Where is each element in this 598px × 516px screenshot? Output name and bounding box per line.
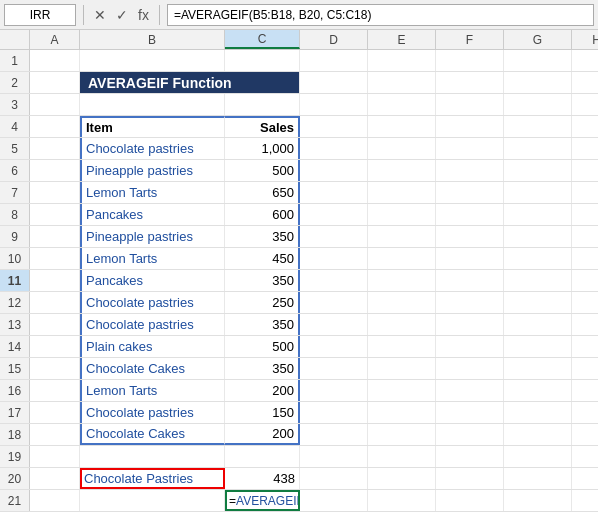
cell-f17[interactable] [436,402,504,423]
row-num-5[interactable]: 5 [0,138,30,159]
cell-b12[interactable]: Chocolate pastries [80,292,225,313]
cell-d14[interactable] [300,336,368,357]
cell-f5[interactable] [436,138,504,159]
cell-g19[interactable] [504,446,572,467]
cell-c15[interactable]: 350 [225,358,300,379]
cell-a20[interactable] [30,468,80,489]
cell-c14[interactable]: 500 [225,336,300,357]
cell-a13[interactable] [30,314,80,335]
cell-h15[interactable] [572,358,598,379]
cell-h16[interactable] [572,380,598,401]
cell-c6[interactable]: 500 [225,160,300,181]
cell-f16[interactable] [436,380,504,401]
col-header-d[interactable]: D [300,30,368,49]
cell-b16[interactable]: Lemon Tarts [80,380,225,401]
cell-b5[interactable]: Chocolate pastries [80,138,225,159]
col-header-f[interactable]: F [436,30,504,49]
row-num-12[interactable]: 12 [0,292,30,313]
cell-d9[interactable] [300,226,368,247]
cell-f3[interactable] [436,94,504,115]
cell-e4[interactable] [368,116,436,137]
cell-c21-formula[interactable]: =AVERAGEIF(B5:B18, B20, C5:C18)| [225,490,300,511]
row-num-20[interactable]: 20 [0,468,30,489]
cell-h11[interactable] [572,270,598,291]
cell-c5[interactable]: 1,000 [225,138,300,159]
cell-c8[interactable]: 600 [225,204,300,225]
cell-c16[interactable]: 200 [225,380,300,401]
cell-e10[interactable] [368,248,436,269]
cell-c9[interactable]: 350 [225,226,300,247]
cell-a19[interactable] [30,446,80,467]
cell-a16[interactable] [30,380,80,401]
cell-f4[interactable] [436,116,504,137]
cancel-button[interactable]: ✕ [91,8,109,22]
cell-d18[interactable] [300,424,368,445]
cell-g9[interactable] [504,226,572,247]
cell-g10[interactable] [504,248,572,269]
cell-e9[interactable] [368,226,436,247]
cell-e3[interactable] [368,94,436,115]
cell-h8[interactable] [572,204,598,225]
cell-c4-header[interactable]: Sales [225,116,300,137]
cell-g12[interactable] [504,292,572,313]
row-num-8[interactable]: 8 [0,204,30,225]
cell-e21[interactable] [368,490,436,511]
cell-d12[interactable] [300,292,368,313]
col-header-a[interactable]: A [30,30,80,49]
row-num-13[interactable]: 13 [0,314,30,335]
cell-g11[interactable] [504,270,572,291]
cell-b8[interactable]: Pancakes [80,204,225,225]
cell-h1[interactable] [572,50,598,71]
cell-d21[interactable] [300,490,368,511]
cell-g2[interactable] [504,72,572,93]
cell-h4[interactable] [572,116,598,137]
cell-f20[interactable] [436,468,504,489]
cell-e2[interactable] [368,72,436,93]
col-header-b[interactable]: B [80,30,225,49]
cell-h12[interactable] [572,292,598,313]
cell-g15[interactable] [504,358,572,379]
cell-b20-criteria[interactable]: Chocolate Pastries [80,468,225,489]
cell-b7[interactable]: Lemon Tarts [80,182,225,203]
cell-d10[interactable] [300,248,368,269]
row-num-6[interactable]: 6 [0,160,30,181]
cell-c10[interactable]: 450 [225,248,300,269]
cell-d11[interactable] [300,270,368,291]
row-num-18[interactable]: 18 [0,424,30,445]
cell-e19[interactable] [368,446,436,467]
cell-b19[interactable] [80,446,225,467]
confirm-button[interactable]: ✓ [113,8,131,22]
cell-c3[interactable] [225,94,300,115]
row-num-2[interactable]: 2 [0,72,30,93]
cell-f1[interactable] [436,50,504,71]
cell-e5[interactable] [368,138,436,159]
cell-e11[interactable] [368,270,436,291]
row-num-7[interactable]: 7 [0,182,30,203]
cell-a2[interactable] [30,72,80,93]
cell-f19[interactable] [436,446,504,467]
cell-a8[interactable] [30,204,80,225]
col-header-g[interactable]: G [504,30,572,49]
cell-e17[interactable] [368,402,436,423]
name-box[interactable]: IRR [4,4,76,26]
cell-b15[interactable]: Chocolate Cakes [80,358,225,379]
cell-f8[interactable] [436,204,504,225]
cell-a3[interactable] [30,94,80,115]
cell-g13[interactable] [504,314,572,335]
cell-e20[interactable] [368,468,436,489]
cell-h2[interactable] [572,72,598,93]
cell-c20[interactable]: 438 [225,468,300,489]
cell-a18[interactable] [30,424,80,445]
row-num-10[interactable]: 10 [0,248,30,269]
cell-c12[interactable]: 250 [225,292,300,313]
cell-c19[interactable] [225,446,300,467]
cell-e1[interactable] [368,50,436,71]
cell-f6[interactable] [436,160,504,181]
cell-b21[interactable] [80,490,225,511]
cell-h5[interactable] [572,138,598,159]
cell-b9[interactable]: Pineapple pastries [80,226,225,247]
cell-h19[interactable] [572,446,598,467]
cell-f7[interactable] [436,182,504,203]
cell-b13[interactable]: Chocolate pastries [80,314,225,335]
cell-g8[interactable] [504,204,572,225]
